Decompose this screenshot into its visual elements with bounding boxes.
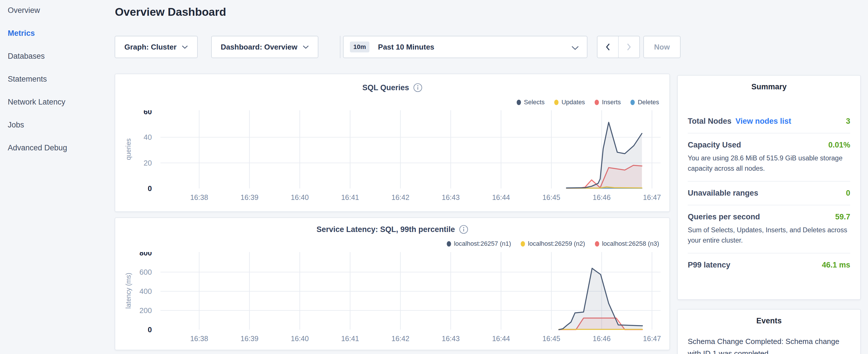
x-axis-tick-label: 16:44 [492,193,510,201]
view-nodes-list-link[interactable]: View nodes list [736,117,792,125]
legend-label: localhost:26259 (n2) [528,240,585,248]
x-axis-tick-label: 16:47 [643,334,661,343]
legend-label: Updates [561,99,585,106]
legend-item[interactable]: Deletes [630,99,659,106]
y-axis-tick-label: 200 [140,306,152,315]
sidebar-item-databases[interactable]: Databases [8,51,115,62]
legend-label: localhost:26257 (n1) [454,240,511,248]
info-icon[interactable] [413,83,423,92]
x-axis-tick-label: 16:43 [442,193,460,201]
summary-row-capacity-used: Capacity Used 0.01% You are using 28.6 M… [688,133,850,182]
info-icon[interactable] [459,225,468,234]
sidebar-item-statements[interactable]: Statements [8,73,115,85]
legend-item[interactable]: localhost:26257 (n1) [447,240,511,248]
x-axis-tick-label: 16:46 [593,193,611,201]
summary-row-description: Sum of Selects, Updates, Inserts, and De… [688,225,850,246]
event-item: Schema Change Completed: Schema change w… [688,336,850,354]
legend-item[interactable]: localhost:26258 (n3) [595,240,659,248]
legend-dot-icon [630,100,635,105]
summary-panel: Summary Total NodesView nodes list 3 Cap… [677,75,861,300]
time-step-back-button[interactable] [597,36,619,58]
events-title: Events [678,310,860,325]
legend-label: Selects [524,99,545,106]
summary-row-value: 46.1 ms [822,261,850,269]
x-axis-tick-label: 16:40 [291,193,309,201]
summary-title: Summary [678,75,860,91]
summary-row-value: 3 [846,117,850,126]
summary-row-queries-per-second: Queries per second 59.7 Sum of Selects, … [688,205,850,254]
chevron-down-icon [571,46,579,50]
toolbar-divider [340,36,340,58]
events-panel: Events Schema Change Completed: Schema c… [677,309,861,354]
summary-row-unavailable-ranges: Unavailable ranges 0 [688,182,850,205]
y-axis-tick-label: 40 [144,133,152,141]
x-axis-tick-label: 16:38 [190,193,208,201]
summary-row-p99-latency: P99 latency 46.1 ms [688,254,850,277]
event-text: Schema Change Completed: Schema change w… [688,336,850,354]
admin-ui-root: Overview Metrics Databases Statements Ne… [0,0,868,354]
chevron-down-icon [182,45,188,49]
page-title: Overview Dashboard [115,6,226,18]
y-axis-tick-label: 600 [140,268,152,277]
series-area [566,122,642,189]
legend-dot-icon [521,241,525,247]
service-latency-legend: localhost:26257 (n1)localhost:26259 (n2)… [126,240,659,248]
sidebar-item-advanced-debug[interactable]: Advanced Debug [8,142,115,154]
chart-title-text: Service Latency: SQL, 99th percentile [316,225,455,234]
time-step-forward-button[interactable] [619,36,639,58]
legend-dot-icon [595,241,599,247]
summary-row-value: 59.7 [835,213,850,221]
y-axis-tick-label: 20 [144,159,152,167]
x-axis-tick-label: 16:39 [241,334,258,343]
graph-dropdown[interactable]: Graph: Cluster [115,36,198,58]
summary-rows: Total NodesView nodes list 3 Capacity Us… [688,110,850,277]
x-axis-tick-label: 16:47 [643,193,661,201]
legend-item[interactable]: Inserts [595,99,621,106]
legend-item[interactable]: Updates [554,99,585,106]
x-axis-tick-label: 16:41 [341,334,359,343]
legend-dot-icon [517,100,521,105]
legend-item[interactable]: localhost:26259 (n2) [521,240,585,248]
sidebar-item-network-latency[interactable]: Network Latency [8,96,115,108]
sidebar-item-jobs[interactable]: Jobs [8,119,115,131]
summary-row-total-nodes: Total NodesView nodes list 3 [688,110,850,133]
sidebar-item-overview[interactable]: Overview [8,5,115,16]
summary-row-label: Queries per second [688,213,760,221]
legend-label: Inserts [602,99,621,106]
y-axis-tick-label: 0 [148,184,152,193]
x-axis-tick-label: 16:44 [492,334,510,343]
summary-row-label: Total Nodes [688,117,732,125]
x-axis-tick-label: 16:39 [241,193,258,201]
time-range-badge: 10m [350,41,369,53]
chevron-left-icon [604,43,611,51]
legend-item[interactable]: Selects [517,99,545,106]
summary-row-value: 0 [846,189,850,198]
x-axis-tick-label: 16:38 [190,334,208,343]
x-axis-tick-label: 16:42 [392,334,409,343]
time-range-selector[interactable]: 10m Past 10 Minutes [343,36,587,58]
x-axis-tick-label: 16:43 [442,334,460,343]
legend-label: localhost:26258 (n3) [602,240,659,248]
sidebar-item-metrics[interactable]: Metrics [8,28,115,39]
x-axis-tick-label: 16:46 [593,334,611,343]
y-axis-tick-label: 800 [140,252,152,257]
summary-row-label: Capacity Used [688,141,741,150]
sql-queries-chart-plot[interactable]: 020406016:3816:3916:4016:4116:4216:4316:… [126,110,665,202]
x-axis-tick-label: 16:45 [542,334,560,343]
service-latency-chart-plot[interactable]: 020040060080016:3816:3916:4016:4116:4216… [126,252,665,343]
time-range-label: Past 10 Minutes [378,43,434,52]
summary-row-label: Unavailable ranges [688,189,758,198]
chevron-down-icon [303,45,309,49]
x-axis-tick-label: 16:40 [291,334,309,343]
dashboard-dropdown[interactable]: Dashboard: Overview [211,36,318,58]
legend-label: Deletes [638,99,659,106]
sidebar: Overview Metrics Databases Statements Ne… [0,0,115,354]
now-button[interactable]: Now [643,36,681,58]
dashboard-dropdown-label: Dashboard: Overview [221,43,297,52]
time-step-buttons [597,36,640,58]
y-axis-tick-label: 400 [140,287,152,296]
x-axis-tick-label: 16:41 [341,193,359,201]
service-latency-chart-title: Service Latency: SQL, 99th percentile [115,225,670,234]
x-axis-tick-label: 16:45 [542,193,560,201]
graph-dropdown-label: Graph: Cluster [124,43,177,52]
